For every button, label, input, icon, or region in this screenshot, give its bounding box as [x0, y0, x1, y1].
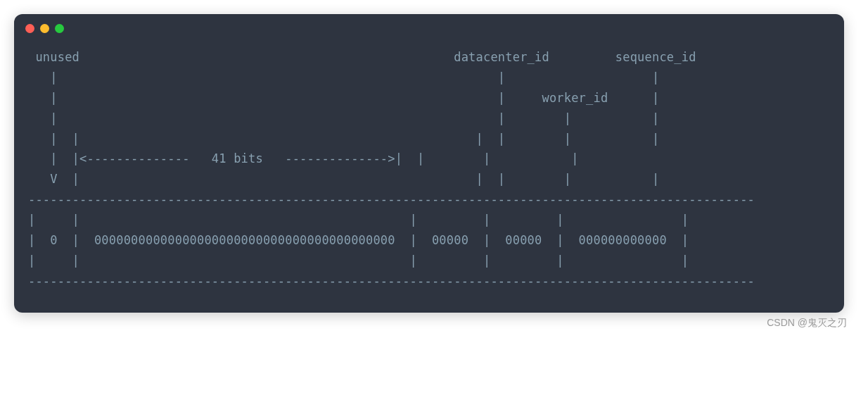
- diagram-divider: ----------------------------------------…: [28, 192, 755, 206]
- watermark: CSDN @鬼灭之刃: [14, 317, 854, 330]
- diagram-row: | 0 | 0000000000000000000000000000000000…: [28, 233, 689, 247]
- close-icon[interactable]: [25, 24, 34, 33]
- diagram-row: | | | | | |: [28, 213, 689, 227]
- maximize-icon[interactable]: [55, 24, 64, 33]
- diagram-content: unused datacenter_id sequence_id | | | |: [14, 40, 844, 313]
- window-titlebar: [14, 14, 844, 40]
- diagram-line: | | | | | |: [28, 132, 659, 146]
- diagram-line: V | | | | |: [28, 172, 659, 186]
- diagram-line: | | |: [28, 70, 659, 84]
- diagram-divider: ----------------------------------------…: [28, 274, 755, 288]
- diagram-row: | | | | | |: [28, 253, 689, 268]
- diagram-line: | | | |: [28, 111, 659, 125]
- terminal-window: unused datacenter_id sequence_id | | | |: [14, 14, 844, 313]
- minimize-icon[interactable]: [40, 24, 49, 33]
- diagram-line: | |<-------------- 41 bits -------------…: [28, 151, 579, 165]
- diagram-line: | | worker_id |: [28, 91, 659, 105]
- diagram-line: unused datacenter_id sequence_id: [28, 50, 696, 64]
